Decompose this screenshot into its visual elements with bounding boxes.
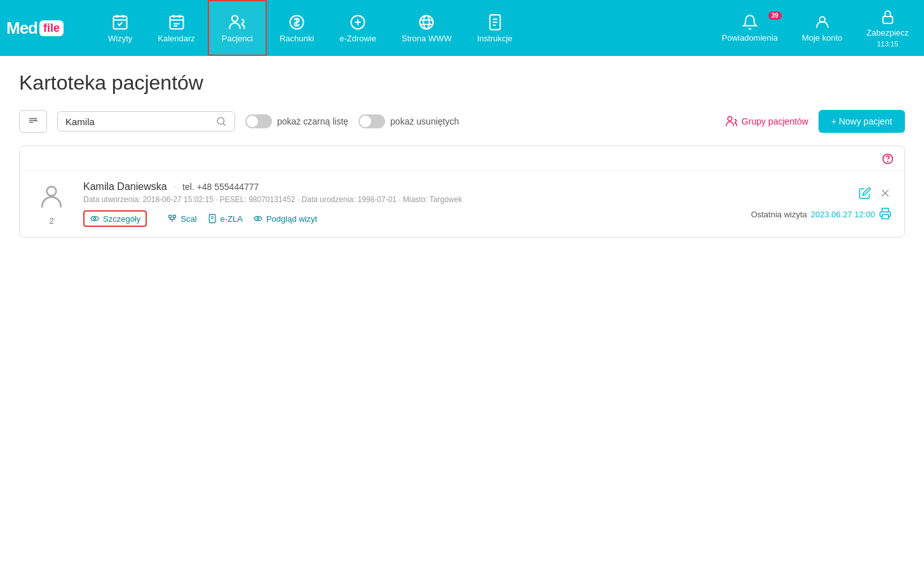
eye-icon-szczegoly bbox=[90, 214, 100, 224]
nav-item-rachunki[interactable]: Rachunki bbox=[267, 0, 327, 56]
toolbar: pokaż czarną listę pokaż usuniętych Grup… bbox=[19, 110, 905, 133]
last-visit-row: Ostatnia wizyta 2023.06.27 12:00 bbox=[751, 207, 892, 222]
patient-name-row: Kamila Daniewska · tel. +48 555444777 bbox=[83, 181, 738, 193]
nav-label-account: Moje konto bbox=[802, 33, 843, 43]
sort-button[interactable] bbox=[19, 110, 47, 133]
help-icon-row bbox=[20, 146, 904, 170]
edit-icon[interactable] bbox=[859, 187, 871, 202]
page-title: Kartoteka pacjentów bbox=[19, 71, 905, 95]
nav-item-strona-www[interactable]: Strona WWW bbox=[389, 0, 465, 56]
svg-rect-25 bbox=[883, 16, 892, 23]
patient-avatar: 2 bbox=[32, 183, 71, 226]
patient-right: Ostatnia wizyta 2023.06.27 12:00 bbox=[751, 187, 892, 222]
eye-icon-podglad bbox=[253, 214, 263, 224]
question-circle-icon bbox=[881, 153, 894, 165]
document-icon bbox=[486, 13, 504, 31]
nav-label-pacjenci: Pacjenci bbox=[222, 34, 253, 43]
podglad-wizyt-link[interactable]: Podgląd wizyt bbox=[253, 214, 317, 224]
x-icon bbox=[879, 187, 892, 200]
nav-label-instrukcje: Instrukcje bbox=[477, 34, 513, 43]
logo[interactable]: Med file bbox=[6, 18, 83, 38]
svg-point-29 bbox=[217, 118, 224, 125]
nav-label-ezdrowie: e-Zdrowie bbox=[339, 34, 376, 43]
szczegoly-link[interactable]: Szczegóły bbox=[83, 210, 147, 227]
search-icon bbox=[215, 116, 227, 127]
close-icon[interactable] bbox=[879, 187, 892, 202]
search-input[interactable] bbox=[65, 116, 210, 127]
printer-icon bbox=[879, 207, 892, 220]
svg-point-16 bbox=[420, 15, 433, 29]
ezla-link[interactable]: e-ZLA bbox=[207, 214, 243, 224]
merge-icon bbox=[167, 214, 177, 224]
svg-point-36 bbox=[93, 217, 95, 219]
nav-items: Wizyty Kalendarz Pacjenci bbox=[95, 0, 713, 56]
calendar-check-icon bbox=[111, 13, 129, 31]
edit-row bbox=[859, 187, 892, 202]
notification-badge: 39 bbox=[768, 11, 782, 20]
deleted-toggle-group: pokaż usuniętych bbox=[358, 114, 459, 128]
groups-label: Grupy pacjentów bbox=[742, 116, 808, 126]
last-visit-date: 2023.06.27 12:00 bbox=[811, 210, 875, 219]
patient-name: Kamila Daniewska bbox=[83, 181, 167, 193]
groups-button[interactable]: Grupy pacjentów bbox=[725, 115, 808, 128]
bell-icon bbox=[742, 14, 758, 31]
pencil-icon bbox=[859, 187, 871, 200]
blacklist-toggle[interactable] bbox=[245, 114, 272, 128]
sort-icon bbox=[27, 116, 39, 127]
time-label: 113:15 bbox=[877, 40, 899, 48]
nav-security[interactable]: Zabezpiecz 113:15 bbox=[858, 5, 918, 51]
print-icon[interactable] bbox=[879, 207, 892, 222]
svg-point-17 bbox=[424, 15, 430, 29]
user-icon bbox=[814, 14, 831, 31]
svg-rect-47 bbox=[882, 214, 888, 219]
nav-item-kalendarz[interactable]: Kalendarz bbox=[145, 0, 208, 56]
search-box bbox=[57, 111, 235, 132]
help-icon[interactable] bbox=[881, 153, 894, 168]
svg-point-31 bbox=[728, 117, 732, 121]
nav-item-wizyty[interactable]: Wizyty bbox=[95, 0, 145, 56]
new-patient-button[interactable]: + Nowy pacjent bbox=[819, 110, 905, 133]
svg-point-43 bbox=[254, 217, 262, 221]
svg-point-33 bbox=[888, 161, 888, 162]
plus-circle-icon bbox=[349, 13, 367, 31]
blacklist-toggle-group: pokaż czarną listę bbox=[245, 114, 348, 128]
logo-file: file bbox=[39, 20, 64, 36]
podglad-label: Podgląd wizyt bbox=[266, 214, 317, 224]
calendar-icon bbox=[168, 13, 186, 31]
patient-actions: Szczegóły Scal bbox=[83, 210, 738, 227]
dollar-icon bbox=[288, 13, 306, 31]
svg-point-44 bbox=[257, 217, 259, 219]
blacklist-label: pokaż czarną listę bbox=[277, 116, 348, 126]
nav-label-wizyty: Wizyty bbox=[108, 34, 132, 43]
nav-account[interactable]: Moje konto bbox=[793, 10, 852, 46]
nav-item-pacjenci[interactable]: Pacjenci bbox=[208, 0, 267, 56]
table-row: 2 Kamila Daniewska · tel. +48 555444777 … bbox=[20, 170, 904, 237]
patient-meta: Data utworzenia: 2018-06-27 15:02:15 · P… bbox=[83, 195, 738, 204]
svg-point-34 bbox=[47, 186, 57, 196]
patient-number: 2 bbox=[49, 216, 53, 226]
svg-point-10 bbox=[232, 15, 238, 21]
globe-icon bbox=[418, 13, 435, 31]
lock-icon bbox=[880, 9, 896, 25]
patient-info: Kamila Daniewska · tel. +48 555444777 Da… bbox=[83, 181, 738, 227]
svg-point-35 bbox=[91, 217, 99, 221]
patient-list-area: 2 Kamila Daniewska · tel. +48 555444777 … bbox=[19, 146, 905, 238]
svg-rect-37 bbox=[169, 215, 172, 218]
nav-item-instrukcje[interactable]: Instrukcje bbox=[465, 0, 526, 56]
nav-right: 39 Powiadomienia Moje konto Zabezpiecz 1… bbox=[713, 5, 918, 51]
patient-phone: tel. +48 555444777 bbox=[182, 182, 259, 192]
scal-link[interactable]: Scal bbox=[167, 214, 196, 224]
nav-label-security: Zabezpiecz bbox=[867, 28, 909, 37]
top-navigation: Med file Wizyty Kalendarz bbox=[0, 0, 924, 56]
svg-line-30 bbox=[223, 123, 225, 125]
nav-notifications[interactable]: 39 Powiadomienia bbox=[713, 10, 787, 46]
szczegoly-label: Szczegóły bbox=[103, 214, 140, 224]
deleted-toggle[interactable] bbox=[358, 114, 385, 128]
logo-med: Med bbox=[6, 18, 37, 38]
users-icon bbox=[228, 13, 246, 31]
nav-item-ezdrowie[interactable]: e-Zdrowie bbox=[327, 0, 389, 56]
scal-label: Scal bbox=[180, 214, 196, 224]
nav-label-strona-www: Strona WWW bbox=[402, 34, 452, 43]
doc-icon bbox=[207, 214, 217, 224]
ezla-label: e-ZLA bbox=[221, 214, 243, 224]
